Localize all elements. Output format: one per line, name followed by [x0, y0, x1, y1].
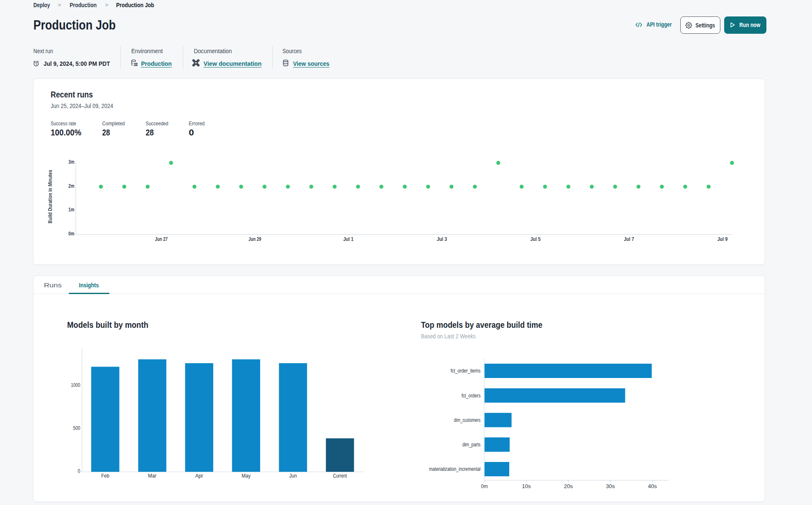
svg-text:dim_customers: dim_customers — [454, 417, 481, 423]
svg-text:1000: 1000 — [71, 382, 80, 388]
svg-text:0m: 0m — [481, 483, 488, 489]
svg-text:500: 500 — [73, 425, 80, 431]
svg-text:materialization_incremental: materialization_incremental — [429, 466, 481, 472]
svg-text:40s: 40s — [648, 483, 657, 489]
svg-text:3m: 3m — [68, 159, 74, 165]
svg-text:10s: 10s — [522, 483, 531, 489]
svg-text:Jun 29: Jun 29 — [249, 236, 261, 242]
svg-text:Mar: Mar — [148, 473, 157, 479]
svg-text:Jun 27: Jun 27 — [155, 236, 168, 242]
svg-text:fct_order_items: fct_order_items — [451, 367, 481, 374]
svg-text:0m: 0m — [68, 230, 74, 237]
svg-text:Apr: Apr — [195, 473, 203, 479]
svg-text:dim_parts: dim_parts — [462, 441, 481, 448]
svg-text:Jul 5: Jul 5 — [530, 236, 540, 242]
svg-text:Jul 7: Jul 7 — [624, 236, 634, 242]
svg-text:1m: 1m — [68, 206, 74, 213]
svg-text:Jul 3: Jul 3 — [437, 236, 447, 242]
svg-text:Jul 9: Jul 9 — [717, 236, 728, 242]
svg-text:20s: 20s — [564, 483, 573, 489]
svg-text:Jun: Jun — [289, 473, 297, 479]
svg-text:30s: 30s — [606, 483, 615, 489]
svg-text:2m: 2m — [68, 183, 74, 189]
svg-text:0: 0 — [78, 468, 80, 474]
svg-text:Feb: Feb — [101, 473, 109, 479]
svg-text:Jul 1: Jul 1 — [343, 236, 353, 242]
svg-text:Current: Current — [333, 473, 347, 479]
svg-text:Build Duration in Minutes: Build Duration in Minutes — [47, 170, 53, 224]
svg-text:May: May — [242, 473, 250, 479]
svg-text:fct_orders: fct_orders — [462, 392, 481, 399]
